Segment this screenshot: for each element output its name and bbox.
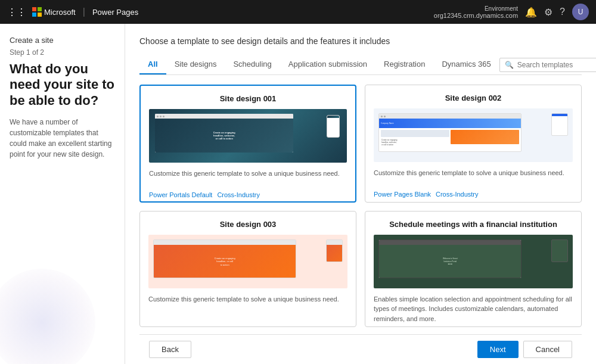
main-content: Choose a template to see design details … (125, 24, 596, 364)
template-card-inner: Site design 001 Create an engagingheadli… (141, 86, 355, 203)
template-tags: Power Portals Default Cross-Industry (149, 191, 347, 198)
ms-sq-yellow (38, 13, 42, 17)
templates-grid: Site design 001 Create an engagingheadli… (139, 85, 582, 334)
template-name: Site design 001 (149, 94, 347, 103)
template-card-inner-003: Site design 003 Create an engagingheadli… (140, 211, 356, 323)
search-icon: 🔍 (505, 61, 514, 69)
browser-bar-003 (154, 240, 296, 245)
template-desc-003: Customize this generic template to solve… (148, 294, 347, 312)
nav-divider: | (83, 7, 85, 17)
preview-browser-003: Create an engagingheadline, or callto ac… (153, 239, 296, 278)
ms-sq-green (38, 7, 42, 11)
tab-registration[interactable]: Registration (375, 55, 433, 74)
env-label: Environment (485, 5, 518, 12)
tag-cross-industry-001[interactable]: Cross-Industry (217, 191, 260, 198)
page-layout: Create a site Step 1 of 2 What do you ne… (0, 24, 596, 364)
template-card-site-design-003[interactable]: Site design 003 Create an engagingheadli… (139, 211, 356, 328)
preview-003-banner: Create an engagingheadline, or callto ac… (154, 245, 296, 278)
app-name: Power Pages (92, 8, 138, 17)
template-name-schedule: Schedule meetings with a financial insti… (374, 220, 573, 229)
preview-browser-002: Company Name Create an engagingheadline,… (378, 113, 522, 152)
template-name-003: Site design 003 (148, 220, 347, 229)
tab-site-designs[interactable]: Site designs (166, 55, 225, 74)
ms-sq-blue (32, 13, 36, 17)
sidebar-decoration (0, 269, 95, 364)
avatar[interactable]: U (572, 4, 589, 20)
tabs-row: All Site designs Scheduling Application … (139, 55, 582, 75)
template-desc-schedule: Enables simple location selection and ap… (374, 294, 573, 324)
sidebar-description: We have a number of customizable templat… (10, 117, 115, 160)
cancel-button[interactable]: Cancel (523, 341, 572, 358)
template-name-002: Site design 002 (374, 94, 573, 102)
help-button[interactable]: ? (560, 7, 565, 17)
preview-text: Create an engagingheadline, welcome,or c… (213, 131, 235, 141)
template-card-inner-schedule: Schedule meetings with a financial insti… (365, 211, 581, 328)
tab-all[interactable]: All (139, 55, 166, 74)
template-preview-001: Create an engagingheadline, welcome,or c… (149, 109, 347, 163)
template-preview-schedule: Welcome to SmartInstitution Portal■ ■ ■ (374, 235, 573, 288)
create-site-label: Create a site (10, 36, 115, 45)
preview-tablet-003 (326, 239, 343, 262)
template-card-schedule-meetings[interactable]: Schedule meetings with a financial insti… (365, 211, 582, 328)
ms-sq-red (32, 7, 36, 11)
browser-body-003: Create an engagingheadline, or callto ac… (154, 245, 296, 278)
ms-text: Microsoft (44, 8, 76, 17)
nav-right: Environment org12345.crm.dynamics.com 🔔 … (434, 4, 589, 20)
tag-power-pages-blank[interactable]: Power Pages Blank (374, 191, 431, 198)
browser-body: Create an engagingheadline, welcome,or c… (155, 119, 293, 153)
env-value: org12345.crm.dynamics.com (434, 12, 518, 19)
template-desc-002: Customize this generic template to solve… (374, 168, 573, 186)
browser-bar-schedule (379, 240, 521, 245)
preview-tablet-schedule (551, 239, 568, 262)
sidebar-title: What do you need your site to be able to… (10, 61, 115, 108)
browser-body-schedule: Welcome to SmartInstitution Portal■ ■ ■ (379, 245, 521, 278)
preview-mobile (327, 115, 340, 138)
step-label: Step 1 of 2 (10, 48, 115, 57)
main-header: Choose a template to see design details … (139, 36, 582, 46)
browser-bar-002 (379, 114, 521, 119)
tag-cross-industry-002[interactable]: Cross-Industry (436, 191, 479, 198)
template-card-inner-002: Site design 002 Company Name (365, 85, 581, 203)
ms-squares (32, 7, 42, 17)
grid-icon[interactable]: ⋮⋮ (7, 7, 26, 18)
template-tags-002: Power Pages Blank Cross-Industry (374, 191, 573, 198)
browser-bar (155, 114, 293, 119)
main-title: Choose a template to see design details … (139, 36, 390, 46)
microsoft-logo: Microsoft (32, 7, 76, 17)
preview-tablet-002 (551, 113, 568, 136)
tab-scheduling[interactable]: Scheduling (225, 55, 280, 74)
next-button[interactable]: Next (477, 341, 519, 358)
top-navigation: ⋮⋮ Microsoft | Power Pages Environment o… (0, 0, 596, 24)
template-card-site-design-001[interactable]: Site design 001 Create an engagingheadli… (139, 85, 356, 203)
template-preview-002: Company Name Create an engagingheadline,… (374, 108, 573, 162)
sidebar: Create a site Step 1 of 2 What do you ne… (0, 24, 125, 364)
tab-application-submission[interactable]: Application submission (280, 55, 375, 74)
preview-browser-schedule: Welcome to SmartInstitution Portal■ ■ ■ (378, 239, 522, 278)
preview-browser-001: Create an engagingheadline, welcome,or c… (155, 114, 293, 153)
footer-right: Next Cancel (477, 341, 572, 358)
tag-power-portals-default[interactable]: Power Portals Default (149, 191, 212, 198)
settings-button[interactable]: ⚙ (544, 7, 552, 18)
tab-dynamics-365[interactable]: Dynamics 365 (433, 55, 499, 74)
template-preview-003: Create an engagingheadline, or callto ac… (148, 235, 347, 288)
template-desc: Customize this generic template to solve… (149, 169, 347, 186)
browser-body-002: Company Name Create an engagingheadline,… (379, 119, 521, 152)
environment-info: Environment org12345.crm.dynamics.com (434, 5, 518, 19)
search-input[interactable] (517, 61, 595, 69)
search-box[interactable]: 🔍 (499, 58, 596, 72)
back-button[interactable]: Back (149, 341, 191, 358)
notification-button[interactable]: 🔔 (525, 7, 537, 18)
footer: Back Next Cancel (139, 334, 582, 364)
template-card-site-design-002[interactable]: Site design 002 Company Name (365, 85, 582, 203)
